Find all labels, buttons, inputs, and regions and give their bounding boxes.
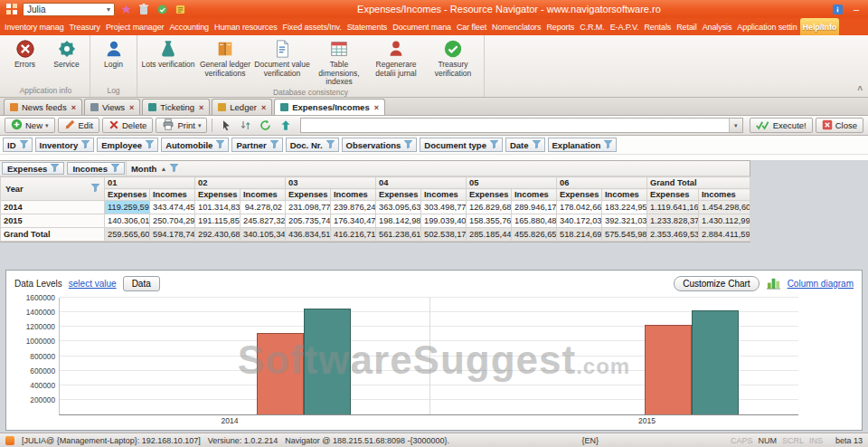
pivot-cell[interactable]: 285.185,44: [467, 228, 512, 242]
filter-funnel-icon[interactable]: [51, 164, 59, 174]
filter-funnel-icon[interactable]: [216, 140, 224, 150]
column-header-01[interactable]: 01: [105, 177, 195, 189]
close-tab-icon[interactable]: ×: [373, 103, 379, 112]
pivot-cell[interactable]: 183.224,95: [602, 201, 647, 214]
pivot-row-label[interactable]: Grand Total: [1, 228, 105, 242]
pivot-cell[interactable]: 1.454.298,60: [699, 201, 750, 214]
column-diagram-link[interactable]: Column diagram: [788, 279, 854, 289]
sub-header-01-expenses[interactable]: Expenses: [105, 189, 150, 201]
pivot-cell[interactable]: 231.098,77: [286, 201, 331, 214]
pivot-row-label[interactable]: 2014: [1, 201, 105, 214]
sub-header-06-incomes[interactable]: Incomes: [602, 189, 647, 201]
filter-observations[interactable]: Observations: [342, 138, 418, 152]
pivot-cell[interactable]: 1.119.641,16: [647, 201, 699, 214]
ribbon-tab-project-manager[interactable]: Project manager: [103, 18, 167, 35]
ribbon-tab-treasury[interactable]: Treasury: [67, 18, 103, 35]
pivot-cell[interactable]: 176.340,47: [331, 214, 376, 228]
pivot-cell[interactable]: 199.039,40: [421, 214, 467, 228]
column-header-grand-total[interactable]: Grand Total: [647, 177, 750, 189]
pivot-cell[interactable]: 363.095,63: [376, 201, 421, 214]
bar-expenses-2015[interactable]: [645, 325, 692, 414]
ribbon-tab-fixed-assets-inv[interactable]: Fixed assets/Inv.: [280, 18, 344, 35]
ribbon-tab-car-fleet[interactable]: Car fleet: [454, 18, 489, 35]
pivot-row-label[interactable]: 2015: [1, 214, 105, 228]
filter-funnel-icon[interactable]: [533, 140, 541, 150]
document-value-verification-button[interactable]: Document value verification: [254, 37, 310, 78]
pivot-cell[interactable]: 594.178,74: [150, 228, 195, 242]
pivot-cell[interactable]: 416.216,71: [331, 228, 376, 242]
sub-header-05-expenses[interactable]: Expenses: [467, 189, 512, 201]
filter-date[interactable]: Date: [505, 138, 545, 152]
column-header-02[interactable]: 02: [195, 177, 286, 189]
pivot-cell[interactable]: 2.353.469,53: [647, 228, 699, 242]
ribbon-tab-e-a-p-v[interactable]: E-A.P.V.: [608, 18, 642, 35]
row-field-year[interactable]: Year: [1, 177, 105, 201]
data-field-expenses[interactable]: Expenses: [2, 162, 64, 175]
filter-doc-nr[interactable]: Doc. Nr.: [286, 138, 339, 152]
pointer-icon[interactable]: [217, 118, 234, 133]
document-tab-ticketing[interactable]: Ticketing×: [142, 99, 210, 115]
bar-expenses-2014[interactable]: [257, 333, 304, 414]
ribbon-tab-statements[interactable]: Statements: [344, 18, 391, 35]
regenerare-detalii-jurnal-button[interactable]: Regenerare detalii jurnal: [368, 37, 424, 78]
pivot-cell[interactable]: 178.042,66: [557, 201, 602, 214]
ribbon-tab-human-resources[interactable]: Human resources: [212, 18, 280, 35]
pivot-cell[interactable]: 205.735,74: [286, 214, 331, 228]
edit-button[interactable]: Edit: [58, 118, 99, 133]
user-combo[interactable]: Julia ▾: [23, 3, 115, 16]
trash-icon[interactable]: [137, 2, 151, 16]
sub-header-grand-total-expenses[interactable]: Expenses: [647, 189, 699, 201]
ribbon-collapse-icon[interactable]: ^: [857, 85, 863, 95]
filter-id[interactable]: ID: [3, 138, 33, 152]
ribbon-tab-reports[interactable]: Reports: [543, 18, 577, 35]
close-tab-icon[interactable]: ×: [128, 103, 134, 112]
pivot-cell[interactable]: 250.704,29: [150, 214, 195, 228]
sync-icon[interactable]: [155, 2, 169, 16]
pivot-cell[interactable]: 101.314,83: [195, 201, 241, 214]
filter-inventory[interactable]: Inventory: [35, 138, 95, 152]
document-tab-ledger[interactable]: Ledger×: [212, 99, 272, 115]
filter-funnel-icon[interactable]: [111, 164, 119, 174]
close-button[interactable]: Close: [816, 118, 863, 133]
print-button[interactable]: Print ▾: [156, 118, 207, 133]
bar-incomes-2014[interactable]: [304, 309, 351, 414]
app-menu-icon[interactable]: [5, 2, 19, 16]
column-field-month[interactable]: Month ▲: [126, 161, 750, 176]
data-field-incomes[interactable]: Incomes: [67, 162, 125, 175]
pivot-cell[interactable]: 392.321,03: [602, 214, 647, 228]
select-value-link[interactable]: select value: [69, 279, 117, 289]
pivot-cell[interactable]: 340.105,34: [241, 228, 286, 242]
report-combo[interactable]: ▾: [300, 118, 742, 133]
filter-funnel-icon[interactable]: [170, 164, 178, 174]
table-dimensions-indexes-button[interactable]: Table dimensions, indexes: [311, 37, 367, 87]
filter-document-type[interactable]: Document type: [420, 138, 503, 152]
pivot-cell[interactable]: 94.278,02: [241, 201, 286, 214]
pivot-cell[interactable]: 140.306,01: [105, 214, 150, 228]
data-button[interactable]: Data: [123, 276, 160, 291]
pivot-cell[interactable]: 343.474,45: [150, 201, 195, 214]
pivot-cell[interactable]: 158.355,76: [467, 214, 512, 228]
filter-automobile[interactable]: Automobile: [161, 138, 229, 152]
filter-funnel-icon[interactable]: [490, 140, 498, 150]
column-header-05[interactable]: 05: [467, 177, 557, 189]
notes-icon[interactable]: [173, 2, 187, 16]
minimize-icon[interactable]: –: [849, 4, 863, 14]
filter-funnel-icon[interactable]: [270, 140, 278, 150]
column-header-06[interactable]: 06: [557, 177, 647, 189]
pivot-cell[interactable]: 289.946,17: [512, 201, 557, 214]
pivot-cell[interactable]: 340.172,03: [557, 214, 602, 228]
pivot-cell[interactable]: 165.880,48: [512, 214, 557, 228]
pivot-cell[interactable]: 455.826,65: [512, 228, 557, 242]
filter-funnel-icon[interactable]: [81, 140, 90, 150]
document-tab-expenses-incomes[interactable]: Expenses/Incomes×: [274, 99, 385, 115]
ribbon-tab-c-r-m[interactable]: C.R.M.: [577, 18, 607, 35]
ribbon-tab-inventory-manag[interactable]: Inventory manag: [2, 18, 67, 35]
column-header-04[interactable]: 04: [376, 177, 467, 189]
sub-header-grand-total-incomes[interactable]: Incomes: [699, 189, 750, 201]
sub-header-03-incomes[interactable]: Incomes: [331, 189, 376, 201]
pivot-cell[interactable]: 561.238,61: [376, 228, 421, 242]
execute-button[interactable]: Execute!: [750, 118, 813, 133]
sub-header-05-incomes[interactable]: Incomes: [512, 189, 557, 201]
refresh-icon[interactable]: [257, 118, 274, 133]
pivot-cell[interactable]: 239.876,24: [331, 201, 376, 214]
